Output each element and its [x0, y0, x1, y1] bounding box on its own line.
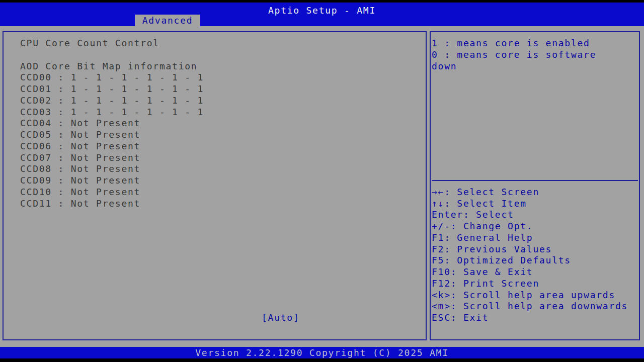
key-hint: →←: Select Screen — [431, 187, 639, 198]
menu-item-ccd03-down-core-control[interactable]: ►CCD 03 Bit Map Down Core Control — [4, 255, 426, 266]
ccd-bitmap-row: CCD03 : 1 - 1 - 1 - 1 - 1 - 1 — [4, 107, 426, 118]
settings-panel: CPU Core Count Control AOD Core Bit Map … — [3, 31, 427, 340]
key-hint: F12: Print Screen — [431, 278, 639, 290]
version-bar: Version 2.22.1290 Copyright (C) 2025 AMI — [0, 347, 644, 358]
key-hint: <k>: Scroll help area upwards — [431, 290, 639, 301]
page-title: CPU Core Count Control — [4, 38, 426, 49]
key-hint: Enter: Select — [431, 209, 639, 221]
help-lines: 1 : means core is enabled 0 : means core… — [431, 32, 639, 324]
tab-advanced[interactable]: Advanced — [135, 15, 200, 26]
setting-value[interactable]: [Auto] — [262, 312, 300, 324]
ccd-bitmap-row: CCD04 : Not Present — [4, 118, 426, 129]
key-hint: F2: Previous Values — [431, 244, 639, 255]
help-text-line: 0 : means core is software — [431, 49, 639, 61]
ccd-bitmap-row: CCD06 : Not Present — [4, 141, 426, 152]
ccd-bitmap-row: CCD08 : Not Present — [4, 163, 426, 175]
help-text-line: down — [431, 61, 639, 72]
title-bar: Aptio Setup - AMI Advanced — [0, 3, 644, 26]
help-divider — [431, 175, 639, 187]
menu-item-ccd01-down-core-control[interactable]: ►CCD 01 Bit Map Down Core Control — [4, 232, 426, 244]
ccd-bitmap-row: CCD05 : Not Present — [4, 129, 426, 141]
menu-item-ccd00-down-core-control[interactable]: ►CCD 00 Bit Map Down Core Control — [4, 221, 426, 232]
key-hint: F5: Optimized Defaults — [431, 255, 639, 266]
ccd-bitmap-row: CCD10 : Not Present — [4, 187, 426, 198]
help-panel: 1 : means core is enabled 0 : means core… — [430, 31, 640, 340]
ccd-bitmap-row: CCD01 : 1 - 1 - 1 - 1 - 1 - 1 — [4, 83, 426, 95]
key-hint: F1: General Help — [431, 232, 639, 244]
ccd-bitmap-row: CCD07 : Not Present — [4, 152, 426, 164]
bottom-black-strip — [0, 358, 644, 362]
help-text-line: 1 : means core is enabled — [431, 38, 639, 49]
key-hint: ESC: Exit — [431, 312, 639, 324]
bitmap-section-header: AOD Core Bit Map information — [4, 61, 426, 72]
bios-setup-screen: { "header": { "title": "Aptio Setup - AM… — [0, 0, 644, 362]
ccd-bitmap-row: CCD00 : 1 - 1 - 1 - 1 - 1 - 1 — [4, 72, 426, 83]
key-hint: <m>: Scroll help area downwards — [431, 301, 639, 312]
menu-item-ccd02-down-core-control[interactable]: ►CCD 02 Bit Map Down Core Control — [4, 244, 426, 255]
key-hint: ↑↓: Select Item — [431, 198, 639, 210]
ccd-bitmap-row: CCD11 : Not Present — [4, 198, 426, 210]
menu-item-discard-changes[interactable]: ►Bit Map Down Core Discard Changes — [4, 278, 426, 290]
menu-item-apply-changes[interactable]: ►Bit Map Down Core Apply Changes — [4, 290, 426, 301]
setting-smt-control[interactable]: SMT Control [Auto] — [4, 312, 426, 324]
key-hint: F10: Save & Exit — [431, 266, 639, 278]
key-hint: +/-: Change Opt. — [431, 221, 639, 232]
app-title: Aptio Setup - AMI — [0, 5, 644, 16]
ccd-bitmap-row: CCD09 : Not Present — [4, 175, 426, 187]
ccd-bitmap-row: CCD02 : 1 - 1 - 1 - 1 - 1 - 1 — [4, 95, 426, 107]
settings-lines: CPU Core Count Control AOD Core Bit Map … — [4, 32, 426, 324]
